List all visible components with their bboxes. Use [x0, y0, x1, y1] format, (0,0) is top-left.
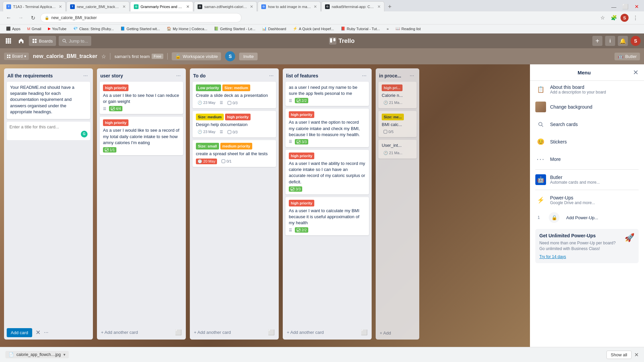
header-search[interactable]: Jump to...: [59, 36, 91, 46]
bookmark-getting-started[interactable]: 📘 Getting Started wit...: [118, 26, 163, 32]
home-button[interactable]: [16, 36, 26, 46]
svg-rect-6: [6, 42, 7, 44]
cancel-add-card-button[interactable]: ✕: [34, 327, 42, 338]
menu-item-search[interactable]: Search cards: [530, 116, 644, 133]
address-bar[interactable]: 🔒 new_calorie_BMI_tracker: [40, 13, 241, 22]
label-high-priority-c8: high priority: [289, 111, 314, 118]
close-browser-button[interactable]: ✕: [632, 2, 641, 11]
menu-item-about[interactable]: 📋 About this board Add a description to …: [530, 81, 644, 98]
bookmark-gmail[interactable]: M Gmail: [24, 26, 44, 32]
close-menu-button[interactable]: ✕: [633, 68, 639, 76]
card-calorie-bmi[interactable]: high priority As a user I want the optio…: [285, 109, 369, 147]
bookmark-codecademy[interactable]: 🏠 My Home | Codeca...: [164, 26, 210, 32]
tab-close-grammarly[interactable]: ✕: [186, 4, 190, 9]
svg-rect-17: [333, 38, 335, 41]
tab-close-github2[interactable]: ✕: [377, 4, 381, 9]
card-bmi-calculate[interactable]: high priority As a user I want to calcul…: [285, 197, 369, 236]
list-menu-button-in-progress[interactable]: ···: [408, 72, 416, 80]
tab-github1[interactable]: G saman-zdf/weight-calorie-t... ✕: [194, 1, 257, 11]
card-readme[interactable]: Your README.md should have a separate he…: [7, 82, 90, 119]
archive-icon-to-do[interactable]: ⬜: [268, 329, 275, 336]
list-menu-button-all-requirements[interactable]: ···: [82, 72, 90, 80]
back-button[interactable]: ←: [4, 13, 13, 22]
new-tab-button[interactable]: +: [385, 2, 394, 11]
bookmark-ruby[interactable]: 💎 Class: String (Ruby...: [70, 26, 116, 32]
board-type-button[interactable]: Board ▾: [4, 53, 29, 60]
svg-rect-9: [33, 39, 34, 41]
card-user-partial[interactable]: User_int... 🕐 21 Ma...: [378, 140, 417, 158]
bookmark-more[interactable]: »: [384, 26, 391, 32]
add-card-input-field[interactable]: [9, 124, 88, 129]
bookmark-getting-started-le[interactable]: 📗 Getting Started - Le...: [211, 26, 258, 32]
menu-item-add-powerup[interactable]: 1 🔒 Add Power-Up...: [530, 209, 644, 226]
tab-t1a3[interactable]: T T1A3 - Terminal Application ✕: [3, 1, 66, 11]
card-calorie-record-surplus[interactable]: high priority As a user I want the abili…: [285, 150, 369, 194]
bookmark-quick[interactable]: ⚡ A Quick (and Hopef...: [290, 26, 337, 32]
tab-close-t1a3[interactable]: ✕: [59, 4, 62, 9]
info-button[interactable]: i: [605, 36, 615, 46]
add-another-card-features[interactable]: + Add another card ⬜: [285, 327, 369, 338]
extensions-button[interactable]: 🧩: [609, 13, 619, 22]
butler-button[interactable]: 🤖 Butler: [614, 53, 640, 60]
list-menu-button-to-do[interactable]: ···: [267, 72, 275, 80]
settings-button[interactable]: ⋮: [631, 13, 640, 22]
invite-button[interactable]: Invite: [239, 53, 258, 60]
card-name-personal[interactable]: as a user I need put my name to be sure …: [285, 82, 369, 106]
add-card-button[interactable]: Add card: [7, 328, 32, 337]
bookmark-apps[interactable]: ⬛ Apps: [3, 26, 23, 32]
show-all-button[interactable]: Show all: [606, 351, 632, 359]
card-calorie-partial[interactable]: high pri... Calorie n... 🕐 21 Ma...: [378, 82, 417, 108]
download-chevron[interactable]: ▾: [63, 352, 65, 357]
list-menu-button-user-story[interactable]: ···: [174, 72, 182, 80]
card-slide-deck[interactable]: Low priority Size: medium Create a slide…: [193, 82, 276, 108]
tab-github2[interactable]: G natkat9/terminal-app: Cod... ✕: [321, 1, 384, 11]
tab-close-google[interactable]: ✕: [314, 4, 317, 9]
add-card-more-button[interactable]: ···: [44, 329, 48, 336]
menu-item-more[interactable]: ··· More: [530, 150, 644, 168]
menu-item-powerups[interactable]: ⚡ Power-Ups Google Drive and more...: [530, 191, 644, 209]
tab-trello[interactable]: T new_calorie_BMI_tracker | T... ✕: [66, 1, 129, 11]
card-calorie-record[interactable]: high priority As a user I would like to …: [100, 117, 183, 155]
tab-google[interactable]: G how to add image in mark... ✕: [258, 1, 321, 11]
forward-button[interactable]: →: [16, 13, 25, 22]
close-bottom-bar-button[interactable]: ✕: [634, 352, 639, 358]
archive-icon-user-story[interactable]: ⬜: [175, 329, 182, 336]
add-another-card-user-story[interactable]: + Add another card ⬜: [100, 327, 183, 338]
add-another-card-to-do[interactable]: + Add another card ⬜: [193, 327, 276, 338]
tab-grammarly[interactable]: G Grammarly Prices and Plans... ✕: [130, 1, 193, 11]
member-avatar-s[interactable]: S: [225, 51, 235, 61]
profile-button[interactable]: S: [621, 14, 629, 22]
reload-button[interactable]: ↻: [28, 13, 38, 22]
boards-button[interactable]: Boards: [29, 36, 56, 46]
bookmark-label-gsle: Getting Started - Le...: [220, 27, 255, 31]
tab-close-trello[interactable]: ✕: [122, 4, 126, 9]
menu-item-stickers[interactable]: 😊 Stickers: [530, 133, 644, 150]
card-spread-sheet[interactable]: Size: small medium priority create a spr…: [193, 140, 276, 167]
menu-item-butler[interactable]: 🤖 Butler Automate cards and more...: [530, 171, 644, 188]
workspace-button[interactable]: 🔓 Workspace visible: [172, 52, 221, 60]
bookmark-ruby-tutorial[interactable]: 📕 Ruby Tutorial - Tut...: [338, 26, 383, 32]
list-menu-button-features[interactable]: ···: [360, 72, 368, 80]
maximize-button[interactable]: ⬜: [621, 2, 630, 11]
card-design-help[interactable]: Size: medium high priority Design help d…: [193, 111, 276, 137]
card-reduce-gain-weight[interactable]: high priority As a user I like to see ho…: [100, 82, 183, 114]
bookmark-reading-list[interactable]: 📖 Reading list: [393, 26, 423, 32]
star-bookmark-button[interactable]: ☆: [598, 13, 607, 22]
tab-close-github1[interactable]: ✕: [250, 4, 253, 9]
download-item[interactable]: 📄 calorie_app_flowch....jpg ▾: [5, 351, 69, 358]
star-button[interactable]: ☆: [101, 53, 106, 60]
bookmark-dashboard[interactable]: 📊 Dashboard: [259, 26, 289, 32]
menu-item-background[interactable]: Change background: [530, 98, 644, 116]
bookmark-youtube[interactable]: ▶ YouTube: [45, 26, 69, 32]
archive-icon-features[interactable]: ⬜: [361, 329, 368, 336]
add-button[interactable]: +: [592, 36, 602, 46]
grid-icon-button[interactable]: [3, 36, 13, 46]
trial-link[interactable]: Try for 14 days: [539, 254, 622, 259]
card-bmi-partial[interactable]: Size: me... BMI calc... 0/5: [378, 111, 417, 137]
user-avatar[interactable]: S: [631, 36, 641, 46]
minimize-button[interactable]: —: [609, 2, 619, 11]
list-title-user-story: user story: [100, 73, 174, 78]
add-another-card-in-progress[interactable]: + Add: [378, 328, 417, 338]
notifications-button[interactable]: 🔔: [618, 36, 628, 46]
tab-label-github2: natkat9/terminal-app: Cod...: [332, 5, 375, 9]
